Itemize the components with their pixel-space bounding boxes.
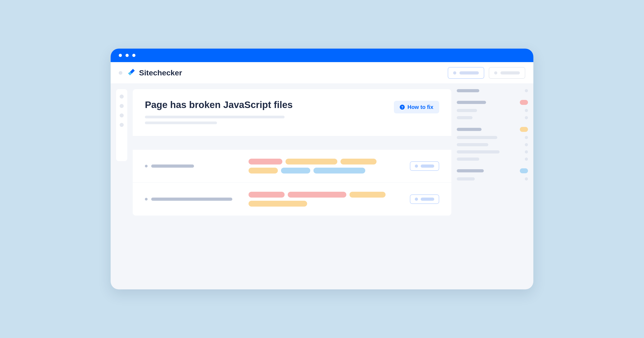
filter-heading <box>457 89 479 92</box>
filter-item[interactable] <box>457 158 479 161</box>
row-tags <box>248 192 401 207</box>
filter-count <box>525 177 528 180</box>
window-control-minimize[interactable] <box>126 54 129 57</box>
row-action-button[interactable] <box>410 161 439 171</box>
filter-group <box>457 100 528 119</box>
tag-chip <box>248 201 307 207</box>
issue-card: Page has broken JavaScript files ? How t… <box>133 89 451 216</box>
right-panel <box>457 89 533 289</box>
filter-item[interactable] <box>457 143 488 146</box>
row-label <box>145 197 240 201</box>
app-header: Sitechecker <box>111 62 533 84</box>
tag-chip <box>248 159 282 165</box>
issue-title: Page has broken JavaScript files <box>145 99 388 110</box>
window-titlebar <box>111 49 533 62</box>
tag-chip <box>350 192 386 197</box>
filter-item[interactable] <box>457 150 500 154</box>
table-row <box>133 150 451 182</box>
tag-chip <box>286 159 337 165</box>
header-secondary-button[interactable] <box>489 67 525 79</box>
tag-chip <box>314 168 365 173</box>
filter-item[interactable] <box>457 116 472 119</box>
sidebar-nav <box>116 89 127 161</box>
filter-group <box>457 89 528 92</box>
filter-item[interactable] <box>457 136 497 139</box>
tag-chip <box>248 192 284 197</box>
app-body: Page has broken JavaScript files ? How t… <box>111 84 533 289</box>
filter-item[interactable] <box>457 109 477 112</box>
brand-name: Sitechecker <box>139 68 182 77</box>
header-primary-button[interactable] <box>448 67 484 79</box>
placeholder-dot <box>415 165 418 168</box>
sidebar-item[interactable] <box>120 123 124 127</box>
placeholder-bar <box>421 165 434 168</box>
table-header-placeholder <box>133 136 451 150</box>
how-to-fix-button[interactable]: ? How to fix <box>394 101 439 113</box>
how-to-fix-label: How to fix <box>408 104 433 110</box>
placeholder-bar <box>500 71 520 74</box>
description-placeholder <box>145 116 284 118</box>
filter-count <box>525 89 528 92</box>
row-tags <box>248 159 401 173</box>
filter-count <box>525 143 528 146</box>
placeholder-dot <box>415 197 418 201</box>
filter-heading <box>457 169 484 172</box>
tag-chip <box>340 159 376 165</box>
filter-count <box>525 116 528 119</box>
tag-chip <box>288 192 346 197</box>
filter-group <box>457 127 528 161</box>
window-control-close[interactable] <box>119 54 122 57</box>
card-header: Page has broken JavaScript files ? How t… <box>133 89 451 136</box>
row-bullet <box>145 165 148 168</box>
placeholder-bar <box>421 197 434 201</box>
filter-count <box>525 150 528 154</box>
sidebar-item[interactable] <box>120 104 124 108</box>
menu-icon[interactable] <box>119 71 122 75</box>
description-placeholder <box>145 122 217 124</box>
sidebar-item[interactable] <box>120 95 124 99</box>
placeholder-dot <box>494 71 497 74</box>
filter-heading <box>457 128 482 131</box>
filter-item[interactable] <box>457 177 475 180</box>
filter-group <box>457 168 528 180</box>
row-text-placeholder <box>151 197 232 201</box>
placeholder-bar <box>460 71 479 74</box>
brand-logo[interactable]: Sitechecker <box>127 68 182 77</box>
filter-heading <box>457 101 486 104</box>
filter-count <box>525 109 528 112</box>
status-pill <box>520 168 528 173</box>
row-bullet <box>145 198 148 200</box>
table-row <box>133 182 451 216</box>
help-icon: ? <box>400 105 405 110</box>
tag-chip <box>281 168 310 173</box>
checkmark-icon <box>127 68 136 77</box>
status-pill <box>520 100 528 105</box>
content-column: Page has broken JavaScript files ? How t… <box>133 89 451 289</box>
status-pill <box>520 127 528 132</box>
row-text-placeholder <box>151 165 194 168</box>
filter-count <box>525 158 528 161</box>
sidebar-item[interactable] <box>120 113 124 118</box>
main-area: Page has broken JavaScript files ? How t… <box>133 89 533 289</box>
filter-count <box>525 136 528 139</box>
tag-chip <box>248 168 278 173</box>
app-window: Sitechecker Page has broken JavaScrip <box>111 49 533 289</box>
window-control-maximize[interactable] <box>132 54 136 57</box>
row-label <box>145 165 240 168</box>
row-action-button[interactable] <box>410 194 439 204</box>
placeholder-dot <box>453 71 456 74</box>
